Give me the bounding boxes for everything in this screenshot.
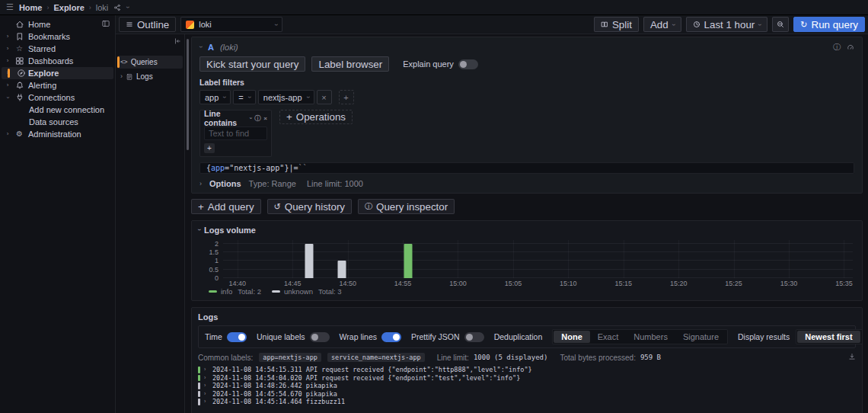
breadcrumb-explore[interactable]: Explore bbox=[53, 3, 84, 12]
remove-operation-icon[interactable]: × bbox=[263, 115, 267, 122]
line-contains-input[interactable]: Text to find bbox=[204, 126, 267, 140]
chart-bar-info[interactable] bbox=[404, 244, 413, 278]
chevron-right-icon[interactable]: › bbox=[120, 73, 123, 80]
chevron-right-icon[interactable]: › bbox=[5, 46, 11, 52]
display-option-oldest-first[interactable]: Oldest first bbox=[860, 331, 863, 343]
time-toggle[interactable] bbox=[227, 332, 247, 342]
explain-query-toggle[interactable] bbox=[458, 59, 478, 69]
expand-log-row-icon[interactable]: › bbox=[204, 366, 209, 374]
add-operation-value-button[interactable]: + bbox=[204, 143, 215, 153]
plus-icon: + bbox=[286, 111, 292, 123]
log-row[interactable]: ›2024-11-08 14:54:04.020 API request rec… bbox=[198, 374, 856, 383]
split-button[interactable]: Split bbox=[594, 17, 639, 32]
display-results-label: Display results bbox=[738, 332, 790, 341]
sidebar-item-starred[interactable]: › ☆ Starred bbox=[0, 43, 115, 55]
query-history-button[interactable]: ↺ Query history bbox=[267, 199, 352, 214]
query-inspector-button[interactable]: ⓘ Query inspector bbox=[358, 199, 455, 214]
log-row[interactable]: ›2024-11-08 14:48:26.442 pikapika bbox=[198, 382, 856, 390]
query-options-row[interactable]: › Options Type: Range Line limit: 1000 bbox=[199, 178, 854, 189]
share-icon[interactable] bbox=[113, 4, 121, 11]
hamburger-menu-icon[interactable]: ☰ bbox=[6, 3, 14, 11]
chevron-down-icon[interactable]: › bbox=[124, 6, 131, 8]
add-operations-button[interactable]: + Operations bbox=[279, 110, 353, 124]
label-browser-button[interactable]: Label browser bbox=[311, 56, 389, 72]
download-logs-icon[interactable] bbox=[848, 353, 856, 362]
datasource-picker[interactable]: loki › bbox=[180, 17, 282, 32]
sidebar-item-home[interactable]: Home bbox=[0, 18, 115, 30]
add-dropdown-button[interactable]: Add › bbox=[643, 17, 681, 32]
explore-toolbar: Outline loki › Split Add › Last 1 hour › bbox=[116, 15, 868, 34]
dedup-option-numbers[interactable]: Numbers bbox=[626, 331, 675, 343]
log-row[interactable]: ›2024-11-08 14:45:54.670 pikapika bbox=[198, 390, 856, 399]
chevron-down-icon: › bbox=[756, 24, 763, 26]
unique-labels-toggle[interactable] bbox=[310, 332, 330, 342]
chevron-down-icon[interactable]: › bbox=[247, 117, 254, 120]
chevron-right-icon[interactable]: › bbox=[5, 70, 11, 76]
chevron-down-icon[interactable]: › bbox=[5, 94, 11, 101]
breadcrumb-loki[interactable]: loki bbox=[96, 3, 109, 12]
display-option-newest-first[interactable]: Newest first bbox=[797, 331, 860, 343]
expand-log-row-icon[interactable]: › bbox=[204, 374, 209, 383]
gridline-h bbox=[223, 243, 853, 244]
log-row[interactable]: ›2024-11-08 14:54:15.311 API request rec… bbox=[198, 366, 856, 374]
run-query-button[interactable]: ↻ Run query bbox=[793, 17, 865, 32]
query-stats-gauge-icon[interactable] bbox=[847, 43, 854, 51]
prettify-json-toggle[interactable] bbox=[464, 332, 484, 342]
add-filter-button[interactable]: + bbox=[339, 90, 354, 104]
chevron-right-icon[interactable]: › bbox=[5, 131, 11, 137]
outline-item-queries[interactable]: <> Queries bbox=[117, 56, 183, 69]
outline-toggle-button[interactable]: Outline bbox=[119, 17, 176, 32]
filter-label-select[interactable]: app› bbox=[199, 90, 231, 104]
sidebar-item-administration[interactable]: › ⚙ Administration bbox=[0, 128, 115, 140]
dedup-option-exact[interactable]: Exact bbox=[590, 331, 627, 343]
log-row[interactable]: ›2024-11-08 14:45:14.464 fizzbuzz11 bbox=[198, 398, 856, 406]
expand-log-row-icon[interactable]: › bbox=[204, 390, 209, 399]
pane-resize-handle[interactable] bbox=[187, 39, 189, 150]
legend-item-unknown[interactable]: unknownTotal: 3 bbox=[272, 287, 342, 296]
chevron-right-icon[interactable]: › bbox=[5, 58, 11, 64]
outline-item-logs[interactable]: › Logs bbox=[117, 70, 183, 83]
collapse-outline-icon[interactable] bbox=[174, 37, 181, 46]
gridline-v bbox=[568, 240, 569, 278]
chart-bar-unknown[interactable] bbox=[338, 261, 346, 278]
log-line-text: 2024-11-08 14:48:26.442 pikapika bbox=[212, 382, 337, 390]
query-preview[interactable]: {app="nextjs-app"} |= `` bbox=[199, 162, 854, 174]
filter-value-select[interactable]: nextjs-app› bbox=[258, 90, 314, 104]
x-axis-tick-label: 15:00 bbox=[449, 280, 467, 287]
legend-series-name: info bbox=[221, 287, 232, 296]
logs-volume-chart[interactable]: 00.511.5214:4014:4514:5014:5515:0015:051… bbox=[198, 239, 856, 296]
breadcrumb-home[interactable]: Home bbox=[19, 3, 43, 12]
gridline-v bbox=[348, 240, 349, 278]
sidebar-item-add-new-connection[interactable]: Add new connection bbox=[0, 104, 115, 116]
filter-operator-select[interactable]: =› bbox=[233, 90, 255, 104]
zoom-out-time-button[interactable] bbox=[772, 17, 789, 32]
time-range-picker[interactable]: Last 1 hour › bbox=[686, 17, 768, 32]
sidebar-item-data-sources[interactable]: Data sources bbox=[0, 116, 115, 128]
chart-bar-unknown[interactable] bbox=[305, 244, 313, 278]
explore-main: › A (loki) ⓘ Kick start your query Label… bbox=[185, 34, 868, 413]
sidebar-item-bookmarks[interactable]: › Bookmarks bbox=[0, 30, 115, 43]
x-axis-tick-label: 14:55 bbox=[394, 280, 412, 287]
sidebar-item-dashboards[interactable]: › Dashboards bbox=[0, 55, 115, 67]
operation-info-icon[interactable]: ⓘ bbox=[254, 114, 260, 123]
chevron-right-icon[interactable]: › bbox=[5, 34, 11, 40]
display-results-radio-group: Newest first Oldest first bbox=[796, 329, 863, 344]
legend-item-info[interactable]: infoTotal: 2 bbox=[209, 287, 261, 296]
sidebar-item-connections[interactable]: › Connections bbox=[0, 91, 115, 104]
expand-log-row-icon[interactable]: › bbox=[204, 382, 209, 390]
collapse-logs-volume-icon[interactable]: › bbox=[196, 229, 203, 231]
dedup-option-signature[interactable]: Signature bbox=[675, 331, 726, 343]
dock-panel-icon[interactable] bbox=[101, 19, 110, 30]
wrap-lines-toggle[interactable] bbox=[381, 332, 401, 342]
dedup-option-none[interactable]: None bbox=[554, 331, 590, 343]
add-query-button[interactable]: + Add query bbox=[191, 199, 261, 214]
kick-start-query-button[interactable]: Kick start your query bbox=[199, 56, 305, 72]
y-axis-tick-label: 1 bbox=[215, 257, 219, 264]
sidebar-item-explore[interactable]: › Explore bbox=[2, 67, 113, 79]
collapse-query-icon[interactable]: › bbox=[197, 46, 204, 48]
remove-filter-button[interactable]: × bbox=[317, 90, 332, 104]
expand-log-row-icon[interactable]: › bbox=[204, 398, 209, 406]
chevron-right-icon[interactable]: › bbox=[5, 82, 11, 88]
sidebar-item-alerting[interactable]: › Alerting bbox=[0, 79, 115, 91]
query-info-icon[interactable]: ⓘ bbox=[833, 43, 841, 51]
